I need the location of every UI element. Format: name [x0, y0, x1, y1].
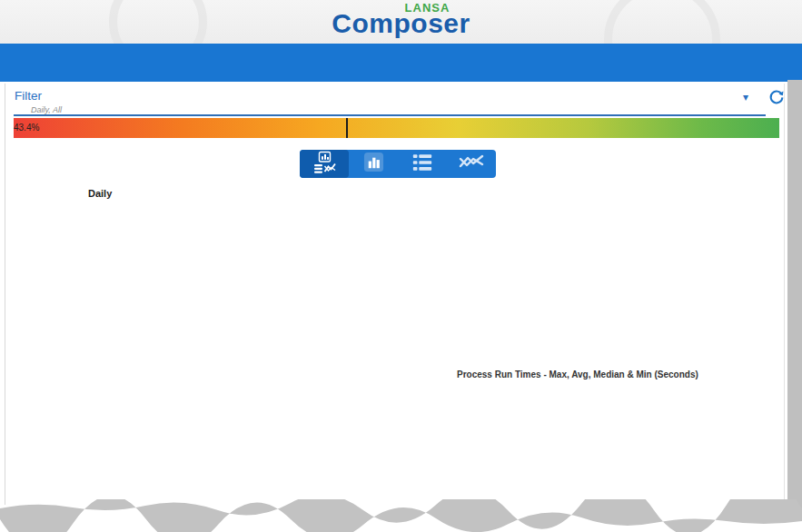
daily-bar-chart[interactable]	[73, 198, 708, 357]
app-window: LANSA Composer Filter Daily, All ▾ 43.4%	[0, 0, 802, 532]
toolbar-button-dashboard-view[interactable]	[300, 150, 349, 178]
gauge-percent-label: 43.4%	[14, 123, 39, 133]
success-rate-gauge: 43.4%	[14, 118, 779, 138]
toolbar-button-list-view[interactable]	[398, 150, 447, 178]
filter-label: Filter	[15, 89, 42, 103]
filter-dropdown-caret-icon[interactable]: ▾	[743, 91, 748, 103]
toolbar-button-trend-view[interactable]	[447, 150, 496, 178]
logo-composer-text: Composer	[0, 10, 802, 37]
gauge-marker	[346, 118, 348, 138]
torn-edge-bottom	[0, 499, 802, 532]
bar-chart-icon	[362, 151, 385, 177]
filter-current-selection: Daily, All	[31, 105, 62, 114]
toolbar-button-bar-chart-view[interactable]	[349, 150, 398, 178]
refresh-icon[interactable]	[768, 89, 785, 105]
page-edge-left	[5, 84, 5, 505]
primary-nav-band	[0, 44, 802, 82]
page-edge-right	[784, 84, 785, 505]
trend-lines-icon	[459, 152, 484, 177]
line-chart-title: Process Run Times - Max, Avg, Median & M…	[457, 369, 698, 379]
filter-underline	[14, 114, 766, 116]
view-toolbar	[300, 150, 496, 178]
dashboard-combo-icon	[312, 151, 336, 178]
torn-edge-right	[787, 80, 802, 510]
list-icon	[411, 152, 433, 177]
app-header: LANSA Composer	[0, 0, 802, 44]
lansa-composer-logo: LANSA Composer	[0, 2, 802, 37]
logo-lansa-text: LANSA	[0, 2, 802, 14]
